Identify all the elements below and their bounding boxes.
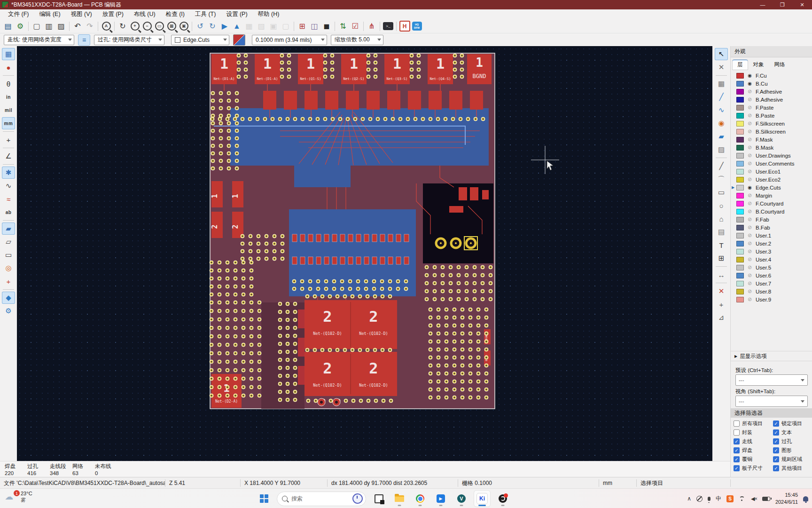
layer-row-User.8[interactable]: ⊘User.8 xyxy=(731,287,812,295)
free-angle-icon[interactable]: ∠ xyxy=(2,150,15,162)
checkbox[interactable]: ✓ xyxy=(773,421,779,427)
layer-hidden-icon[interactable]: ⊘ xyxy=(747,232,753,238)
checkbox[interactable]: ✓ xyxy=(773,438,779,444)
mirror-vertical-icon[interactable]: ▲ xyxy=(231,20,243,32)
via-size-select[interactable]: 过孔: 使用网络类尺寸 xyxy=(94,35,164,45)
layer-color-swatch[interactable] xyxy=(736,201,744,206)
checkbox[interactable]: ✓ xyxy=(734,438,740,444)
track-width-select[interactable]: 走线: 使用网络类宽度 xyxy=(4,35,74,45)
grid-size-select[interactable]: 0.1000 mm (3.94 mils) xyxy=(252,35,327,45)
highlight-net-tool-icon[interactable]: ✕ xyxy=(715,61,728,73)
layer-color-swatch[interactable] xyxy=(736,289,744,294)
layer-row-User.5[interactable]: ⊘User.5 xyxy=(731,263,812,271)
layer-row-User.7[interactable]: ⊘User.7 xyxy=(731,279,812,287)
filter-item-规则区域[interactable]: ✓规则区域 xyxy=(773,456,811,463)
layer-color-swatch[interactable] xyxy=(736,209,744,214)
plot-icon[interactable]: ▨ xyxy=(55,20,67,32)
layer-color-swatch[interactable] xyxy=(736,169,744,175)
footprint-library-icon[interactable]: ◫ xyxy=(308,20,320,32)
layer-color-swatch[interactable] xyxy=(736,241,744,246)
layer-color-swatch[interactable] xyxy=(736,177,744,183)
filter-item-焊盘[interactable]: ✓焊盘 xyxy=(734,447,773,454)
zoom-in-icon[interactable]: + xyxy=(129,20,141,32)
place-text-icon[interactable]: T xyxy=(715,239,728,251)
layer-color-swatch[interactable] xyxy=(736,145,744,151)
menu-item-4[interactable]: 布线 (U) xyxy=(129,9,161,19)
layer-color-swatch[interactable] xyxy=(736,153,744,159)
grid-origin-icon[interactable]: + xyxy=(715,298,728,310)
zoom-level-select[interactable]: 缩放倍数 5.00 xyxy=(331,35,383,45)
layer-row-User.3[interactable]: ⊘User.3 xyxy=(731,247,812,255)
filter-item-板子尺寸[interactable]: ✓板子尺寸 xyxy=(734,465,773,472)
taskbar-clock[interactable]: 15:45 2024/6/11 xyxy=(775,492,798,506)
layer-row-B.Adhesive[interactable]: ⊘B.Adhesive xyxy=(731,95,812,103)
layer-color-swatch[interactable] xyxy=(736,193,744,198)
layer-hidden-icon[interactable]: ⊘ xyxy=(747,200,753,206)
wifi-icon[interactable] xyxy=(739,496,746,501)
layer-hidden-icon[interactable]: ⊘ xyxy=(747,224,753,230)
layer-color-swatch[interactable] xyxy=(736,185,744,190)
place-via-icon[interactable]: ◉ xyxy=(715,117,728,129)
layer-visible-icon[interactable]: ◉ xyxy=(747,81,753,86)
file-explorer-button[interactable] xyxy=(391,491,407,507)
layer-hidden-icon[interactable]: ⊘ xyxy=(747,128,753,135)
layer-row-Edge.Cuts[interactable]: ▶◉Edge.Cuts xyxy=(731,183,812,191)
layer-hidden-icon[interactable]: ⊘ xyxy=(747,144,753,151)
layer-color-swatch[interactable] xyxy=(736,281,744,286)
flip-horizontal-icon[interactable]: ▶ xyxy=(219,20,231,32)
zoom-fit-objects-icon[interactable]: ▦ xyxy=(165,20,178,32)
update-pcb-from-schematic-icon[interactable]: ⇅ xyxy=(337,20,349,32)
zone-fill-display-icon[interactable]: ▰ xyxy=(2,222,15,235)
layer-hidden-icon[interactable]: ⊘ xyxy=(747,120,753,127)
layer-row-User.Drawings[interactable]: ⊘User.Drawings xyxy=(731,151,812,159)
layer-color-swatch[interactable] xyxy=(736,225,744,230)
rotate-ccw-icon[interactable]: ↺ xyxy=(194,20,206,32)
menu-item-3[interactable]: 放置 (P) xyxy=(97,9,129,19)
checkbox[interactable] xyxy=(734,429,740,436)
layer-row-B.Paste[interactable]: ⊘B.Paste xyxy=(731,111,812,119)
layer-hidden-icon[interactable]: ⊘ xyxy=(747,176,753,183)
layer-row-User.4[interactable]: ⊘User.4 xyxy=(731,255,812,263)
polar-coords-icon[interactable]: θ xyxy=(2,78,15,90)
layer-hidden-icon[interactable]: ⊘ xyxy=(747,272,753,278)
layer-hidden-icon[interactable]: ⊘ xyxy=(747,168,753,175)
tray-expand-icon[interactable]: ∧ xyxy=(687,495,691,502)
layer-row-F.Fab[interactable]: ⊘F.Fab xyxy=(731,215,812,223)
filter-item-过孔[interactable]: ✓过孔 xyxy=(773,438,811,445)
print-icon[interactable]: ▥ xyxy=(43,20,55,32)
units-mils-icon[interactable]: mil xyxy=(2,104,15,116)
layer-row-User.Eco1[interactable]: ⊘User.Eco1 xyxy=(731,167,812,175)
curved-ratsnest-icon[interactable]: ∿ xyxy=(2,180,15,192)
layer-hidden-icon[interactable]: ⊘ xyxy=(747,280,753,286)
highlight-nets-icon[interactable]: ≈ xyxy=(2,193,15,205)
unlock-icon[interactable]: ▢ xyxy=(280,20,292,32)
tab-对象[interactable]: 对象 xyxy=(749,60,769,70)
layer-hidden-icon[interactable]: ⊘ xyxy=(747,256,753,262)
board-setup-icon[interactable]: ⚙ xyxy=(14,20,26,32)
tray-app-icon[interactable] xyxy=(696,496,703,502)
layer-color-swatch[interactable] xyxy=(736,121,744,127)
layer-row-F.Silkscreen[interactable]: ⊘F.Silkscreen xyxy=(731,119,812,127)
grid-dots-icon[interactable]: ▦ xyxy=(2,48,15,60)
filter-item-所有项目[interactable]: 所有项目 xyxy=(734,420,773,427)
rule-area-icon[interactable]: ▨ xyxy=(715,143,728,156)
tab-层[interactable]: 层 xyxy=(733,60,748,70)
layer-hidden-icon[interactable]: ⊘ xyxy=(747,136,753,143)
start-button[interactable] xyxy=(256,491,272,507)
menu-item-0[interactable]: 文件 (F) xyxy=(3,9,34,19)
layer-presentation-icon[interactable]: ◆ xyxy=(2,292,15,304)
layer-row-F.Mask[interactable]: ⊘F.Mask xyxy=(731,135,812,143)
layer-hidden-icon[interactable]: ⊘ xyxy=(747,248,753,254)
layer-color-swatch[interactable] xyxy=(736,73,744,79)
layer-color-swatch[interactable] xyxy=(736,217,744,222)
menu-item-6[interactable]: 工具 (T) xyxy=(190,9,221,19)
notification-bell-icon[interactable] xyxy=(803,496,808,501)
vias-sketch-icon[interactable]: ◎ xyxy=(2,262,15,274)
volume-muted-icon[interactable]: ◀× xyxy=(751,496,757,502)
layer-hidden-icon[interactable]: ⊘ xyxy=(747,264,753,270)
place-footprint-icon[interactable]: ▦ xyxy=(715,78,728,90)
units-mm-icon[interactable]: mm xyxy=(2,117,15,129)
layer-pair-button[interactable] xyxy=(233,34,245,46)
pcb-canvas[interactable]: 1Net-(D1-A)1Net-(D1-A)1Net-(Q1-S)1Net-(Q… xyxy=(17,46,712,461)
layer-hidden-icon[interactable]: ⊘ xyxy=(747,208,753,214)
